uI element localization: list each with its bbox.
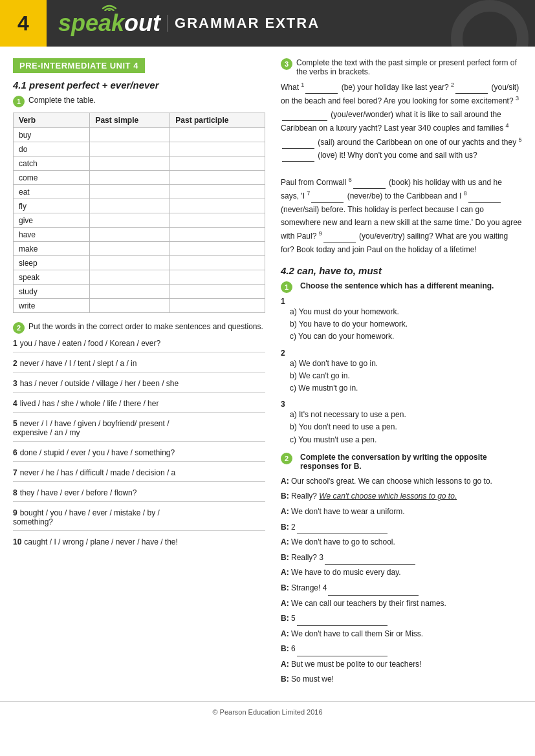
conv-blank-input[interactable] [297, 656, 388, 656]
item-number: 9 [13, 508, 17, 517]
form-cell[interactable] [90, 199, 170, 213]
form-cell[interactable] [170, 242, 265, 256]
item-text: never / have / I / tent / slept / a / in [20, 359, 137, 368]
verb-cell: make [14, 242, 90, 256]
item-number: 7 [13, 468, 17, 477]
list-item: 8they / have / ever / before / flown? [13, 488, 265, 502]
item-text: never / he / has / difficult / made / de… [20, 468, 176, 477]
form-cell[interactable] [90, 185, 170, 199]
form-cell[interactable] [90, 213, 170, 228]
item-text: they / have / ever / before / flown? [20, 488, 137, 497]
ex42-2-instruction: 2 Complete the conversation by writing t… [281, 453, 522, 471]
blank-label: 6 [291, 644, 296, 653]
item-number: 6 [13, 448, 17, 457]
conv-line: B: Really? 3 [281, 551, 522, 565]
item-number: 3 [13, 379, 17, 388]
choice-group: 2a) We don't have to go in.b) We can't g… [281, 349, 522, 395]
list-item: 10caught / I / wrong / plane / never / h… [13, 537, 265, 550]
ex1-instruction-text: Complete the table. [28, 96, 96, 105]
verb-cell: give [14, 213, 90, 228]
form-cell[interactable] [170, 256, 265, 270]
conv-blank-input[interactable] [325, 564, 415, 565]
ex3-number: 3 [281, 58, 292, 70]
blank-label: Strange! 4 [291, 583, 327, 592]
choice-num: 3 [281, 400, 285, 409]
list-item: 5never / I / have / given / boyfriend/ p… [13, 419, 265, 442]
wifi-icon [101, 2, 118, 11]
verb-cell: sleep [14, 256, 90, 270]
conv-blank-input[interactable] [297, 534, 388, 534]
form-cell[interactable] [170, 128, 265, 142]
conv-blank-input[interactable] [328, 595, 419, 596]
unit-badge: PRE-INTERMEDIATE UNIT 4 [13, 58, 145, 73]
verb-cell: come [14, 171, 90, 185]
item-text: has / never / outside / village / her / … [20, 379, 179, 388]
conv-text: We can call our teachers by their first … [291, 599, 446, 608]
choice-item: b) You have to do your homework. [290, 318, 522, 330]
choice-item: b) We can't go in. [290, 370, 522, 382]
ex42-1-number: 1 [281, 281, 292, 293]
ex42-2-text: Complete the conversation by writing the… [300, 453, 522, 471]
speaker-label: A: [281, 507, 289, 516]
choice-group: 1a) You must do your homework.b) You hav… [281, 297, 522, 343]
form-cell[interactable] [170, 157, 265, 171]
ex1-number: 1 [13, 96, 25, 107]
form-cell[interactable] [90, 157, 170, 171]
form-cell[interactable] [170, 171, 265, 185]
form-cell[interactable] [170, 185, 265, 199]
choice-groups: 1a) You must do your homework.b) You hav… [281, 297, 522, 446]
speaker-label: B: [281, 583, 289, 592]
form-cell[interactable] [170, 270, 265, 285]
form-cell[interactable] [90, 299, 170, 313]
form-cell[interactable] [90, 256, 170, 270]
logo-out: out [124, 10, 160, 36]
logo: speakout GRAMMAR EXTRA [47, 10, 331, 37]
choice-item: b) You don't need to use a pen. [290, 421, 522, 433]
col-past-simple: Past simple [90, 113, 170, 128]
form-cell[interactable] [170, 299, 265, 313]
form-cell[interactable] [90, 128, 170, 142]
choice-num: 1 [281, 297, 285, 306]
page-header: 4 speakout GRAMMAR EXTRA [0, 0, 535, 47]
form-cell[interactable] [90, 171, 170, 185]
item-number: 8 [13, 488, 17, 497]
form-cell[interactable] [170, 213, 265, 228]
col-verb: Verb [14, 113, 90, 128]
underline-link: We can't choose which lessons to go to. [319, 491, 457, 501]
conversation-lines: A: Our school's great. We can choose whi… [281, 475, 522, 687]
choice-item: c) You can do your homework. [290, 330, 522, 343]
ex2-instruction-text: Put the words in the correct order to ma… [28, 322, 263, 331]
choice-item: a) We don't have to go in. [290, 358, 522, 370]
fill-text: What 1 (be) your holiday like last year?… [281, 80, 522, 256]
svg-point-0 [108, 10, 111, 11]
main-content: PRE-INTERMEDIATE UNIT 4 4.1 present perf… [0, 47, 535, 695]
verb-cell: study [14, 285, 90, 299]
item-number: 1 [13, 339, 17, 348]
item-number: 2 [13, 359, 17, 368]
conv-text: But we must be polite to our teachers! [291, 660, 421, 669]
form-cell[interactable] [90, 270, 170, 285]
form-cell[interactable] [90, 285, 170, 299]
item-text: bought / you / have / ever / mistake / b… [13, 508, 160, 526]
form-cell[interactable] [90, 228, 170, 242]
col-past-participle: Past participle [170, 113, 265, 128]
conv-text: So must we! [291, 675, 334, 684]
conv-line: B: So must we! [281, 673, 522, 687]
form-cell[interactable] [170, 228, 265, 242]
conv-line: B: 6 [281, 642, 522, 656]
conv-text: We don't have to go to school. [291, 537, 395, 546]
header-title: GRAMMAR EXTRA [167, 15, 320, 32]
choice-item: a) It's not necessary to use a pen. [290, 409, 522, 421]
form-cell[interactable] [170, 285, 265, 299]
conv-text: We don't have to wear a uniform. [291, 507, 405, 516]
form-cell[interactable] [90, 142, 170, 157]
form-cell[interactable] [90, 242, 170, 256]
verb-cell: buy [14, 128, 90, 142]
verb-cell: write [14, 299, 90, 313]
item-number: 10 [13, 537, 21, 546]
exercise2-instruction: 2 Put the words in the correct order to … [13, 322, 265, 334]
list-item: 2never / have / I / tent / slept / a / i… [13, 359, 265, 373]
conv-blank-input[interactable] [297, 625, 388, 626]
form-cell[interactable] [170, 199, 265, 213]
form-cell[interactable] [170, 142, 265, 157]
